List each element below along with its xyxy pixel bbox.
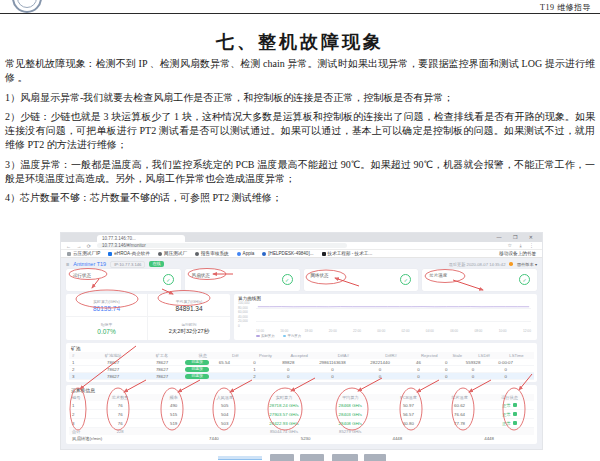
bookmark-item: eHROA-商企软件 <box>108 251 150 256</box>
table-cell: 78627 <box>88 367 139 372</box>
embedded-dashboard-screenshot: 10.77.3.146:70... — ❐ ✕ ← → ⟳ 10.77.3.14… <box>60 232 543 450</box>
window-controls: — ❐ ✕ <box>497 234 538 240</box>
status-card-running: 运行状态 ✓ <box>66 269 181 291</box>
legend-item: 平均算力 <box>283 334 302 338</box>
table-row: 17862778627已连接65.54089828298611636382822… <box>69 359 534 366</box>
table-cell: 28221440 <box>358 360 402 365</box>
menu-icon: ≡ <box>66 261 69 267</box>
table-cell: 76 <box>92 412 148 417</box>
reject-rate-value: 0.07% <box>97 328 115 335</box>
paragraph-item-3: 3）温度异常：一般都是温度高，我们监控系统定的 PCB 温度最高不能超过 90℃… <box>5 158 595 187</box>
table-cell: 已连接 <box>185 367 209 372</box>
info-icon <box>237 252 241 256</box>
y-tick-label: 100,000 <box>238 302 250 305</box>
ok-ring-badge: ✓ <box>400 274 411 285</box>
table-cell: 0:00:07 <box>488 360 523 365</box>
metrics-card: 实时算力(GH/s) 86135.74 平均算力(GH/s) 84891.34 … <box>66 294 230 340</box>
header-rule <box>0 13 600 14</box>
table-cell: 2 <box>69 367 88 372</box>
table-cell: 1 <box>239 367 269 372</box>
bookmark-item: 报告审核系统 <box>195 251 229 256</box>
x-tick-label: 22:00 <box>353 329 361 333</box>
chart-y-axis: 100,00080,00060,00040,00020,0000 <box>238 302 250 328</box>
table-cell: 已连接 <box>185 374 209 379</box>
table-cell: 0 <box>488 374 523 379</box>
table-cell: 0 <box>488 367 523 372</box>
x-tick-label: 02:00 <box>402 329 410 333</box>
x-tick-label: 04:00 <box>426 329 434 333</box>
url-field: 10.77.3.146/#/monitor <box>97 243 347 249</box>
x-tick-label: 06:00 <box>450 329 458 333</box>
y-tick-label: 60,000 <box>238 311 250 314</box>
pool-table-title: 矿池 <box>69 344 534 352</box>
table-cell: 28408 GH/s <box>318 421 383 426</box>
table-cell: PCB温度 <box>383 395 434 400</box>
x-tick-label: 20:00 <box>329 329 337 333</box>
fan-speed-label: 风扇转速(r/min) <box>69 436 149 441</box>
table-cell: 85044.74 GH/s <box>250 429 317 434</box>
table-cell: 28468 GH/s <box>318 403 383 408</box>
hashrate-chart-card: 算力曲线图 100,00080,00060,00040,00020,0000 1… <box>234 294 537 340</box>
table-cell: 0 <box>307 367 358 372</box>
table-header-row: #矿池地址矿工名状态DiffPriorityAcceptedDiffA#Diff… <box>69 352 534 359</box>
document-body: 常见整机故障现象：检测不到 IP 、检测风扇数异常、检测 chain 异常。测试… <box>5 57 595 211</box>
table-cell: 29861163638 <box>307 360 358 365</box>
browser-action-icons: ☆ ⤓ ⋮ <box>508 242 537 249</box>
x-tick-label: 10:00 <box>499 329 507 333</box>
chart-plot-area <box>256 302 531 328</box>
table-cell: 56.57 <box>383 412 434 417</box>
y-tick-label: 20,000 <box>238 320 250 323</box>
paragraph-intro: 常见整机故障现象：检测不到 IP 、检测风扇数异常、检测 chain 异常。测试… <box>5 57 595 86</box>
table-cell: DiffA# <box>318 353 369 358</box>
cropped-gray-block <box>300 454 324 461</box>
table-cell: 3 <box>69 374 88 379</box>
table-cell: 0 <box>270 367 307 372</box>
page-header-right: T19 维修指导 <box>540 2 591 13</box>
browser-tabstrip: 10.77.3.146:70... — ❐ ✕ <box>61 233 542 242</box>
table-cell: 78627 <box>88 374 139 379</box>
table-cell: 状态 <box>185 353 220 358</box>
table-cell: Accepted <box>281 353 318 358</box>
x-tick-label: 16:00 <box>280 329 288 333</box>
table-cell: 28403 GH/s <box>318 412 383 417</box>
table-cell: DiffR# <box>369 353 413 358</box>
table-cell: 76 <box>92 403 148 408</box>
x-tick-label: 00:00 <box>377 329 385 333</box>
table-cell: 0 <box>458 374 488 379</box>
status-card-fan: 风扇状态 ✓ <box>185 269 300 291</box>
table-cell: 27903.57 GH/s <box>250 412 317 417</box>
table-row: 27651550427903.57 GH/s28403 GH/s56.5776.… <box>69 410 534 419</box>
nav-arrows-icon: ← → ⟳ <box>66 243 93 249</box>
paragraph-item-4: 4）芯片数量不够：芯片数量不够的话，可参照 PT2 测试维修； <box>5 191 595 205</box>
table-cell: 503 <box>199 421 250 426</box>
bookmark-item: 网压测试厂 <box>158 251 187 256</box>
average-hashrate-value: 84891.34 <box>175 305 202 312</box>
cropped-bottom-elements <box>0 454 600 461</box>
ip-tag: IP:10.77.3.146 <box>110 261 145 268</box>
paragraph-item-2: 2）少链：少链也就是 3 块运算板少了 1 块，这种情况大多数是运算板和控制板的… <box>5 110 595 153</box>
chart-title: 算力曲线图 <box>238 296 533 301</box>
app-icon <box>108 252 112 256</box>
realtime-hashrate-value: 86135.74 <box>93 305 120 312</box>
table-cell: 46 <box>402 360 435 365</box>
table-cell: 490 <box>148 403 199 408</box>
table-cell: 0 <box>435 360 458 365</box>
fan-speed-value: 5230 <box>301 436 311 441</box>
table-cell: 50.97 <box>383 403 434 408</box>
hashboard-table-title: 运算板信息 <box>69 386 534 394</box>
paragraph-item-1: 1）风扇显示异常-我们就要去检查风扇工作是否正常，和控制板的连接是否正常，控制板… <box>5 91 595 105</box>
globe-icon <box>67 252 71 256</box>
metric-realtime-hashrate: 实时算力(GH/s) 86135.74 <box>66 294 148 317</box>
table-cell: Rejected <box>413 353 446 358</box>
table-cell: 78627 <box>139 360 186 365</box>
table-cell: 519 <box>148 421 199 426</box>
gear-icon <box>158 252 162 256</box>
table-cell: LSTime <box>499 353 534 358</box>
table-cell: 0 <box>239 360 269 365</box>
device-name-link: Antminer T19 <box>73 261 106 267</box>
browser-tab: 10.77.3.146:70... <box>97 235 185 242</box>
metric-reject-rate: 拒绝率 0.07% <box>66 317 148 340</box>
jira-icon <box>262 252 266 256</box>
table-cell: 505 <box>199 403 250 408</box>
table-cell: 28718.24 GH/s <box>250 403 317 408</box>
